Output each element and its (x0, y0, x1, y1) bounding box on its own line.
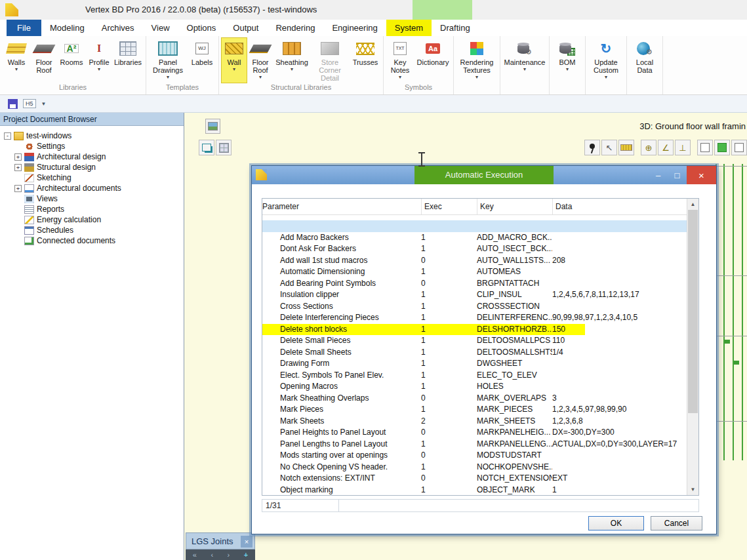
table-row[interactable]: Drawing Form 1 DWGSHEET (262, 358, 687, 370)
menu-tab[interactable]: Options (178, 20, 225, 36)
duplicate-view-button[interactable] (199, 140, 214, 155)
fit-view-button[interactable]: ↖ (601, 140, 617, 155)
tile-views-button[interactable] (216, 140, 232, 155)
menu-tab[interactable]: Output (224, 20, 267, 36)
expand-toggle-icon[interactable]: + (14, 153, 22, 161)
pin-button[interactable] (584, 140, 600, 155)
tree-item[interactable]: + Structural design (0, 162, 184, 172)
maintenance-button[interactable]: ⚙ Maintenance ▾ (502, 37, 547, 83)
scroll-up-icon[interactable]: ▲ (687, 199, 698, 210)
dialog-titlebar[interactable]: Automatic Execution – □ × (252, 166, 716, 184)
table-row[interactable]: Panel Lengths to Panel Layout 1 MARKPANE… (262, 439, 687, 450)
chevron-down-icon[interactable]: ▼ (41, 101, 47, 107)
tree-item[interactable]: Schedules (0, 225, 184, 235)
maximize-button[interactable]: □ (668, 166, 687, 184)
rooms-button[interactable]: A² Rooms (57, 37, 86, 83)
expand-toggle-icon[interactable]: - (4, 132, 11, 140)
tree-item[interactable]: + Architectural documents (0, 183, 184, 193)
tree-item[interactable]: Sketching (0, 172, 184, 183)
trusses-button[interactable]: Trusses (350, 37, 381, 83)
wall-button[interactable]: Wall ▾ (221, 37, 247, 83)
layout-h5-icon[interactable]: H5 (23, 99, 36, 108)
shaded-mode-button[interactable] (714, 140, 730, 155)
tree-item[interactable]: Connected documents (0, 235, 184, 246)
tree-item[interactable]: Energy calculation (0, 214, 184, 225)
menu-tab[interactable]: Archives (93, 20, 143, 36)
dictionary-button[interactable]: Aa Dictionary (414, 37, 451, 83)
column-header[interactable]: Exec (421, 199, 477, 214)
table-row[interactable]: Automatic Dimensioning 1 AUTOMEAS (262, 266, 687, 278)
column-header[interactable]: Key (477, 199, 552, 214)
table-row[interactable]: Add Macro Backers 1 ADD_MACRO_BCK... (262, 232, 687, 244)
save-icon[interactable] (8, 99, 18, 109)
menu-tab[interactable]: Drafting (432, 20, 479, 36)
table-row[interactable]: No Check Opening VS header. 1 NOCHKOPENV… (262, 462, 687, 473)
table-row[interactable]: Elect. Symbols To Panel Elev. 1 ELEC_TO_… (262, 370, 687, 382)
nav-back-icon[interactable]: ‹ (211, 551, 213, 559)
rendering-textures-button[interactable]: Rendering Textures ▾ (456, 37, 498, 83)
walls-button[interactable]: Walls ▾ (2, 37, 31, 83)
menu-tab[interactable]: File (7, 20, 41, 36)
tree-item[interactable]: Views (0, 193, 184, 204)
table-row[interactable]: Add Bearing Point Symbols 0 BRGPNTATTACH (262, 278, 687, 290)
cancel-button[interactable]: Cancel (651, 516, 702, 530)
local-data-button[interactable]: ⚙ Local Data (629, 37, 660, 83)
table-row[interactable]: Opening Macros 1 HOLES (262, 381, 687, 393)
table-row[interactable]: Delete Interferencing Pieces 1 DELINTERF… (262, 312, 687, 324)
libraries-button[interactable]: Libraries (112, 37, 144, 83)
nav-first-icon[interactable]: « (193, 551, 197, 559)
snap-angle-button[interactable]: ∠ (658, 140, 674, 155)
table-row[interactable]: Mark Sheathing Overlaps 0 MARK_OVERLAPS … (262, 393, 687, 405)
column-header[interactable]: Parameter (262, 199, 421, 214)
snap-center-button[interactable]: ⊕ (641, 140, 656, 155)
tree-item[interactable]: Reports (0, 204, 184, 214)
table-row[interactable] (262, 220, 687, 232)
table-row[interactable]: Mark Pieces 1 MARK_PIECES 1,2,3,4,5,97,9… (262, 404, 687, 416)
ok-button[interactable]: OK (588, 516, 644, 530)
floor-roof-button[interactable]: Floor Roof (31, 37, 57, 83)
structural-floor-roof-button[interactable]: Floor Roof ▾ (247, 37, 273, 83)
scroll-down-icon[interactable]: ▼ (687, 484, 698, 495)
bom-button[interactable]: BOM ▾ (552, 37, 583, 83)
tree-item[interactable]: - test-windows (0, 130, 184, 141)
wireframe-mode-button[interactable] (731, 140, 747, 155)
column-header[interactable]: Data (552, 199, 687, 214)
snap-perpendicular-button[interactable]: ⊥ (675, 140, 691, 155)
menu-tab[interactable]: View (143, 20, 178, 36)
panel-drawings-button[interactable]: Panel Drawings ▾ (148, 37, 188, 83)
table-row[interactable]: Cross Sections 1 CROSSSECTION (262, 301, 687, 313)
profile-button[interactable]: I Profile ▾ (86, 37, 112, 83)
vertical-scrollbar[interactable]: ▲ ▼ (687, 199, 698, 495)
close-icon[interactable]: × (241, 536, 252, 548)
edge-mode-button[interactable] (697, 140, 713, 155)
sheathing-button[interactable]: Sheathing ▾ (273, 37, 310, 83)
nav-forward-icon[interactable]: › (228, 551, 230, 559)
table-row[interactable]: Delete Small Pieces 1 DELTOOSMALLPCS 110 (262, 335, 687, 347)
menu-tab[interactable]: Rendering (267, 20, 323, 36)
table-row[interactable]: Mods starting over at openings 0 MODSTUD… (262, 450, 687, 462)
scrollbar-thumb[interactable] (688, 210, 698, 413)
table-row[interactable]: Object marking 1 OBJECT_MARK 1 (262, 485, 687, 496)
close-button[interactable]: × (687, 166, 716, 184)
update-custom-button[interactable]: ↻ Update Custom ▾ (588, 37, 624, 83)
table-row[interactable]: Mark Sheets 2 MARK_SHEETS 1,2,3,6,8 (262, 416, 687, 428)
measure-button[interactable] (618, 140, 634, 155)
table-row[interactable]: Insulation clipper 1 CLIP_INSUL 1,2,4,5,… (262, 289, 687, 301)
labels-button[interactable]: WJ Labels (188, 37, 216, 83)
menu-tab[interactable]: Engineering (323, 20, 386, 36)
tree-item[interactable]: + Architectural design (0, 151, 184, 162)
expand-toggle-icon[interactable]: + (14, 164, 22, 171)
menu-tab[interactable]: Modeling (41, 20, 93, 36)
menu-tab[interactable]: System (386, 20, 432, 36)
expand-toggle-icon[interactable]: + (14, 185, 22, 192)
table-row[interactable]: Dont Ask For Backers 1 AUTO_ISECT_BCK... (262, 243, 687, 255)
table-row[interactable]: Panel Heights to Panel Layout 0 MARKPANE… (262, 427, 687, 439)
table-row[interactable]: Notch extensions: EXT/INT 0 NOTCH_EXTENS… (262, 473, 687, 485)
lgs-panel-titlebar[interactable]: LGS Joints × (186, 532, 255, 550)
table-row[interactable]: Delete short blocks 1 DELSHORTHORZB... 1… (262, 324, 687, 336)
tree-item[interactable]: Settings (0, 141, 184, 151)
table-row[interactable]: Delete Small Sheets 1 DELTOOSMALLSHTS 1/… (262, 347, 687, 359)
add-icon[interactable]: + (244, 551, 248, 559)
view-thumbnail-button[interactable] (205, 119, 220, 134)
table-row[interactable]: Add wall 1st stud macros 0 AUTO_WALL1STS… (262, 255, 687, 267)
